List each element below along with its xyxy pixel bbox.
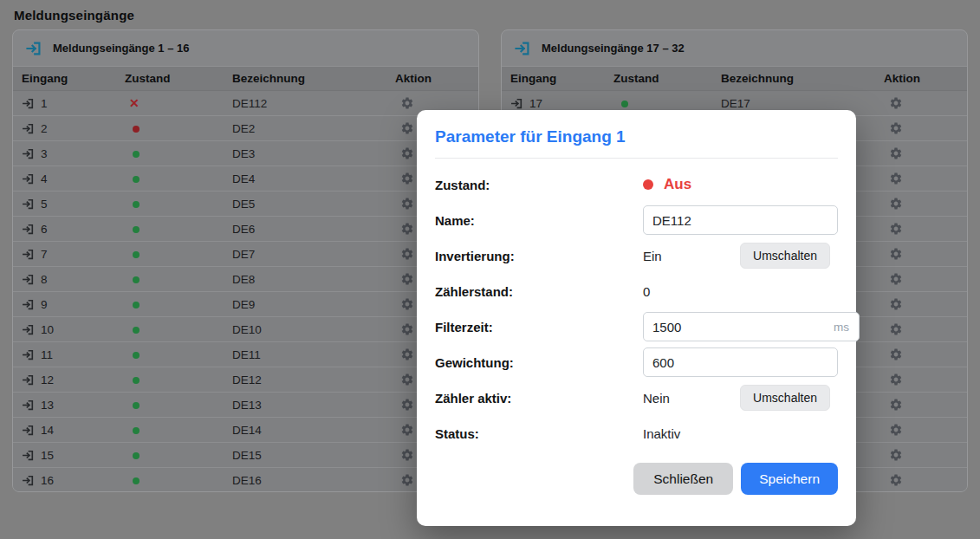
field-status: Status:Inaktiv <box>435 416 838 451</box>
zaehlerstand-text: 0 <box>643 284 650 299</box>
field-value-status: Inaktiv <box>643 426 838 441</box>
field-label-filterzeit: Filterzeit: <box>435 320 643 334</box>
dialog-footer: Schließen Speichern <box>435 463 838 495</box>
dialog-title: Parameter für Eingang 1 <box>435 127 838 146</box>
status-value: Aus <box>643 176 691 193</box>
field-value-name <box>643 205 838 235</box>
close-button[interactable]: Schließen <box>633 463 733 495</box>
field-label-invertierung: Invertierung: <box>435 249 643 263</box>
field-zustand: Zustand:Aus <box>435 167 838 202</box>
filterzeit-input-group: ms <box>643 312 860 341</box>
field-label-zaehlerstand: Zählerstand: <box>435 284 643 299</box>
field-name: Name: <box>435 203 838 237</box>
zaehler-aktiv-toggle-button[interactable]: Umschalten <box>740 385 830 411</box>
field-value-zustand: Aus <box>643 176 838 193</box>
field-label-gewichtung: Gewichtung: <box>435 355 643 370</box>
gewichtung-input[interactable] <box>643 347 838 377</box>
dialog-fields: Zustand:AusName:Invertierung:EinUmschalt… <box>435 167 838 451</box>
field-label-zustand: Zustand: <box>435 178 643 192</box>
field-label-zaehler-aktiv: Zähler aktiv: <box>435 391 643 406</box>
field-label-status: Status: <box>435 426 643 441</box>
status-dot <box>643 179 653 190</box>
filterzeit-input[interactable] <box>644 313 834 341</box>
status-text: Inaktiv <box>643 426 680 441</box>
field-value-invertierung: EinUmschalten <box>643 243 838 269</box>
filterzeit-unit-label: ms <box>834 321 849 334</box>
invertierung-toggle-button[interactable]: Umschalten <box>740 243 830 269</box>
invertierung-state-text: Ein <box>643 249 662 263</box>
field-gewichtung: Gewichtung: <box>435 345 838 380</box>
divider <box>435 158 838 159</box>
field-filterzeit: Filterzeit:ms <box>435 309 838 344</box>
field-value-zaehlerstand: 0 <box>643 284 838 299</box>
zaehler-aktiv-state-text: Nein <box>643 391 670 406</box>
save-button[interactable]: Speichern <box>741 463 838 495</box>
field-value-gewichtung <box>643 347 838 377</box>
field-invertierung: Invertierung:EinUmschalten <box>435 238 838 273</box>
field-zaehler-aktiv: Zähler aktiv:NeinUmschalten <box>435 380 838 415</box>
name-input[interactable] <box>643 205 838 235</box>
field-zaehlerstand: Zählerstand:0 <box>435 274 838 308</box>
parameter-dialog: Parameter für Eingang 1 Zustand:AusName:… <box>417 110 856 526</box>
status-text: Aus <box>664 176 691 193</box>
field-value-filterzeit: ms <box>643 312 860 341</box>
field-label-name: Name: <box>435 213 643 228</box>
field-value-zaehler-aktiv: NeinUmschalten <box>643 385 838 411</box>
